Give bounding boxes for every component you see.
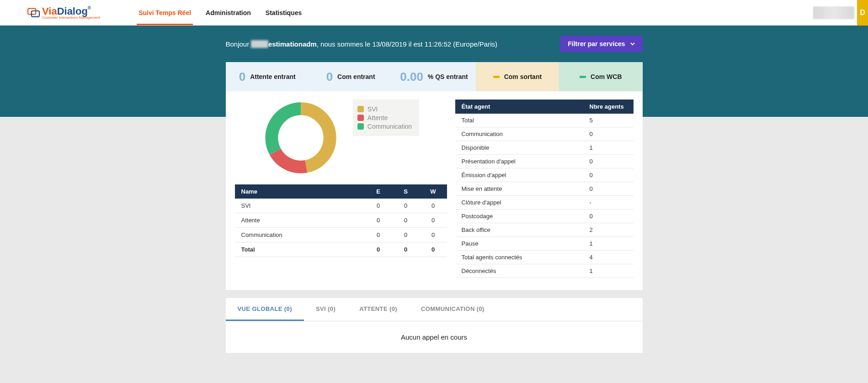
kpi-com-sortant: Com sortant: [476, 62, 559, 91]
cell-name: SVI: [235, 199, 365, 213]
cell-name: Communication: [235, 228, 365, 242]
cell-e: 0: [365, 199, 392, 213]
table-row: Back office 2: [455, 223, 634, 237]
cell-count: -: [583, 196, 634, 210]
tab-communication[interactable]: COMMUNICATION (0): [409, 298, 496, 321]
cell-state: Communication: [455, 127, 583, 141]
tab-content-empty: Aucun appel en cours: [226, 321, 643, 353]
table-row: Déconnectés 1: [455, 264, 634, 278]
legend-label: Communication: [367, 123, 412, 130]
cell-state: Postcodage: [455, 210, 583, 223]
table-row: SVI 0 0 0: [235, 199, 447, 213]
logo-reg: ®: [88, 5, 91, 10]
nav-admin[interactable]: Administration: [204, 1, 253, 25]
cell-s: 0: [392, 199, 420, 213]
chat-icon: [27, 7, 40, 18]
tab-attente[interactable]: ATTENTE (0): [347, 298, 409, 321]
kpi-attente-entrant: 0 Attente entrant: [226, 62, 309, 91]
donut-chart: [262, 100, 339, 176]
bar-icon: [580, 76, 586, 78]
cell-state: Déconnectés: [455, 264, 583, 278]
table-row: Mise en attente 0: [455, 182, 634, 196]
cell-count: 0: [583, 182, 634, 196]
cell-count: 1: [583, 237, 634, 251]
logo[interactable]: ViaDialog® Customer Interactions Managem…: [27, 5, 100, 20]
table-row: Communication 0 0 0: [235, 228, 447, 242]
table-row: Attente 0 0 0: [235, 213, 447, 228]
col-state: État agent: [455, 100, 583, 114]
legend-label: Attente: [367, 114, 388, 121]
kpi-com-entrant: 0 Com entrant: [309, 62, 392, 91]
greeting-prefix: Bonjour: [226, 40, 251, 48]
legend-svi: SVI: [357, 105, 412, 113]
table-row: Émission d'appel 0: [455, 168, 634, 182]
col-w: W: [420, 184, 447, 199]
swatch-icon: [357, 123, 364, 130]
cell-count: 0: [583, 210, 634, 223]
table-row: Total 0 0 0: [235, 242, 447, 257]
filter-label: Filtrer par services: [568, 40, 625, 47]
cell-name: Total: [235, 242, 365, 257]
table-row: Pause 1: [455, 237, 634, 251]
cell-w: 0: [420, 213, 447, 228]
bar-icon: [493, 76, 500, 78]
calls-tabs-card: VUE GLOBALE (0) SVI (0) ATTENTE (0) COMM…: [226, 298, 643, 353]
cell-w: 0: [420, 199, 447, 213]
cell-w: 0: [420, 242, 447, 257]
cell-count: 1: [583, 264, 634, 278]
cell-w: 0: [420, 228, 447, 242]
filter-services-button[interactable]: Filtrer par services: [560, 36, 642, 52]
cell-s: 0: [392, 213, 420, 228]
cell-state: Disponible: [455, 141, 583, 155]
tab-svi[interactable]: SVI (0): [304, 298, 347, 321]
col-s: S: [392, 184, 420, 199]
cell-state: Total: [455, 114, 583, 127]
table-row: Clôture d'appel -: [455, 196, 634, 210]
cell-e: 0: [365, 242, 392, 257]
cell-state: Total agents connectés: [455, 251, 583, 264]
legend-communication: Communication: [357, 123, 412, 130]
kpi-qs-entrant: 0.00 % QS entrant: [392, 62, 475, 91]
kpi-row: 0 Attente entrant 0 Com entrant 0.00 % Q…: [226, 62, 643, 91]
legend-attente: Attente: [357, 114, 412, 121]
cell-name: Attente: [235, 213, 365, 228]
agent-state-table: État agent Nbre agents Total 5Communicat…: [455, 100, 634, 278]
nav-realtime[interactable]: Suivi Temps Réel: [137, 1, 193, 25]
cell-s: 0: [392, 242, 420, 257]
user-avatar[interactable]: D: [857, 0, 868, 26]
cell-count: 0: [583, 168, 634, 182]
kpi-label: % QS entrant: [428, 73, 468, 80]
greeting: Bonjour xxxxxestimationadm, nous sommes …: [226, 40, 497, 48]
cell-s: 0: [392, 228, 420, 242]
kpi-label: Com sortant: [504, 73, 542, 80]
table-row: Total agents connectés 4: [455, 251, 634, 264]
cell-state: Émission d'appel: [455, 168, 583, 182]
legend-label: SVI: [367, 105, 378, 113]
table-row: Présentation d'appel 0: [455, 155, 634, 168]
nav-stats[interactable]: Statistiques: [264, 1, 304, 25]
tab-global[interactable]: VUE GLOBALE (0): [226, 298, 304, 321]
cell-count: 1: [583, 141, 634, 155]
main-nav: Suivi Temps Réel Administration Statisti…: [137, 1, 304, 25]
swatch-icon: [357, 106, 364, 112]
table-row: Communication 0: [455, 127, 634, 141]
cell-state: Clôture d'appel: [455, 196, 583, 210]
kpi-label: Com entrant: [337, 73, 375, 80]
col-count: Nbre agents: [583, 100, 634, 114]
kpi-label: Attente entrant: [250, 73, 296, 80]
greeting-username: estimationadm: [268, 40, 317, 48]
kpi-value: 0: [239, 70, 245, 84]
greeting-rest: , nous sommes le 13/08/2019 il est 11:26…: [317, 40, 497, 48]
user-area[interactable]: D: [813, 0, 868, 26]
call-table: Name E S W SVI 0 0 0Attente 0 0 0Communi…: [235, 184, 447, 257]
col-name: Name: [235, 184, 365, 199]
chevron-down-icon: [630, 41, 635, 47]
tabs-bar: VUE GLOBALE (0) SVI (0) ATTENTE (0) COMM…: [226, 298, 643, 321]
cell-count: 0: [583, 155, 634, 168]
kpi-label: Com WCB: [591, 73, 622, 80]
cell-count: 4: [583, 251, 634, 264]
greeting-obscured: xxxxx: [251, 40, 268, 48]
svg-point-4: [272, 109, 330, 167]
logo-subtitle: Customer Interactions Management: [42, 16, 100, 20]
cell-count: 2: [583, 223, 634, 237]
